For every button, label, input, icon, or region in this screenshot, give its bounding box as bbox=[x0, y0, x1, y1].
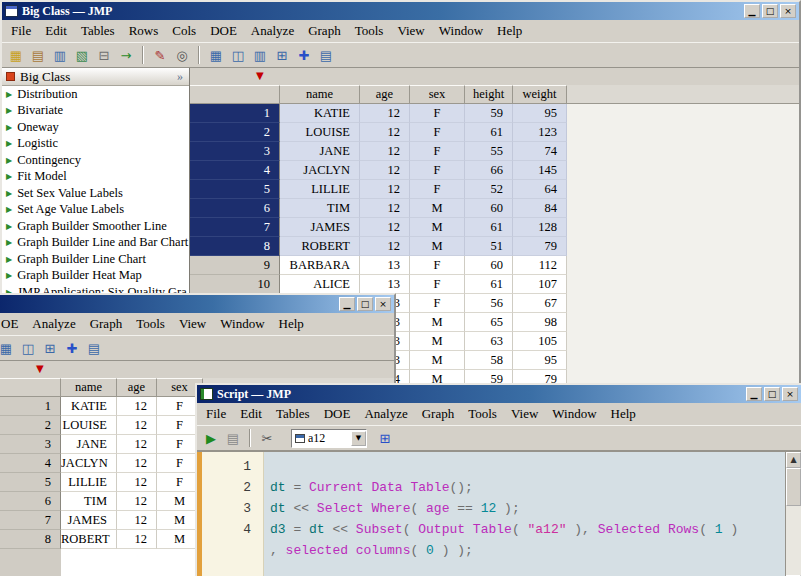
sidebar-item-logistic[interactable]: ▶Logistic bbox=[2, 136, 189, 153]
save-icon[interactable]: ▥ bbox=[50, 45, 70, 65]
row-number-cell[interactable]: 9 bbox=[190, 256, 280, 275]
row-number-cell[interactable]: 6 bbox=[190, 199, 280, 218]
cell-name[interactable]: JACLYN bbox=[280, 161, 360, 180]
menu-cols[interactable]: Cols bbox=[165, 21, 203, 41]
row-number-cell[interactable]: 5 bbox=[0, 473, 61, 492]
menu-graph[interactable]: Graph bbox=[415, 404, 462, 424]
row-number-cell[interactable]: 1 bbox=[190, 104, 280, 123]
cell-sex[interactable]: M bbox=[410, 237, 465, 256]
sidebar-item-set-age-value-labels[interactable]: ▶Set Age Value Labels bbox=[2, 202, 189, 219]
cell-name[interactable]: JACLYN bbox=[61, 454, 117, 473]
sidebar-item-distribution[interactable]: ▶Distribution bbox=[2, 86, 189, 103]
row-number-cell[interactable]: 2 bbox=[190, 123, 280, 142]
row-number-cell[interactable]: 3 bbox=[0, 435, 61, 454]
cell-name[interactable]: ROBERT bbox=[61, 530, 117, 549]
row-number-cell[interactable]: 8 bbox=[0, 530, 61, 549]
cell-sex[interactable]: F bbox=[410, 161, 465, 180]
column-header-height[interactable]: height bbox=[465, 85, 513, 104]
sidebar-item-graph-builder-heat-map[interactable]: ▶Graph Builder Heat Map bbox=[2, 268, 189, 285]
menu-analyze[interactable]: Analyze bbox=[25, 314, 82, 334]
cell-name[interactable]: JAMES bbox=[280, 218, 360, 237]
menu-doe[interactable]: DOE bbox=[203, 21, 244, 41]
sidebar-item-graph-builder-line-and-bar-chart[interactable]: ▶Graph Builder Line and Bar Chart bbox=[2, 235, 189, 252]
cell-height[interactable]: 56 bbox=[465, 294, 513, 313]
cell-height[interactable]: 59 bbox=[465, 104, 513, 123]
cell-sex[interactable]: F bbox=[410, 294, 465, 313]
cell-weight[interactable]: 107 bbox=[513, 275, 567, 294]
cell-height[interactable]: 63 bbox=[465, 332, 513, 351]
cell-age[interactable]: 12 bbox=[360, 142, 410, 161]
menu-tools[interactable]: Tools bbox=[129, 314, 172, 334]
close-button[interactable]: × bbox=[782, 387, 798, 401]
cell-name[interactable]: TIM bbox=[280, 199, 360, 218]
cell-sex[interactable]: M bbox=[410, 313, 465, 332]
menu-help[interactable]: Help bbox=[490, 21, 529, 41]
graph-builder-icon[interactable]: ▧ bbox=[72, 45, 92, 65]
cell-sex[interactable]: F bbox=[410, 142, 465, 161]
cell-sex[interactable]: F bbox=[410, 180, 465, 199]
cell-height[interactable]: 51 bbox=[465, 237, 513, 256]
row-number-cell[interactable]: 5 bbox=[190, 180, 280, 199]
minimize-button[interactable]: ▁ bbox=[339, 297, 355, 311]
minimize-button[interactable]: ▁ bbox=[744, 4, 760, 18]
sidebar-item-contingency[interactable]: ▶Contingency bbox=[2, 152, 189, 169]
cell-height[interactable]: 66 bbox=[465, 161, 513, 180]
cell-name[interactable]: JANE bbox=[61, 435, 117, 454]
cell-weight[interactable]: 95 bbox=[513, 104, 567, 123]
cell-height[interactable]: 58 bbox=[465, 351, 513, 370]
cell-weight[interactable]: 84 bbox=[513, 199, 567, 218]
menu-rows[interactable]: Rows bbox=[122, 21, 166, 41]
subset-titlebar[interactable]: ▁□× bbox=[0, 295, 394, 313]
menu-doe[interactable]: DOE bbox=[317, 404, 358, 424]
cell-name[interactable]: ALICE bbox=[280, 275, 360, 294]
cell-sex[interactable]: F bbox=[410, 275, 465, 294]
stack-icon[interactable]: ▤ bbox=[316, 45, 336, 65]
add-rows-icon[interactable]: ✚ bbox=[62, 338, 82, 358]
row-number-cell[interactable]: 10 bbox=[190, 275, 280, 294]
menu-edit[interactable]: Edit bbox=[233, 404, 269, 424]
row-number-cell[interactable]: 3 bbox=[190, 142, 280, 161]
cell-age[interactable]: 12 bbox=[117, 492, 157, 511]
cell-weight[interactable]: 98 bbox=[513, 313, 567, 332]
cell-weight[interactable]: 95 bbox=[513, 351, 567, 370]
open-journal-icon[interactable]: ▤ bbox=[28, 45, 48, 65]
column-header-age[interactable]: age bbox=[117, 378, 157, 397]
code-area[interactable]: dt = Current Data Table();dt << Select W… bbox=[264, 452, 785, 576]
cell-age[interactable]: 12 bbox=[360, 199, 410, 218]
tools-icon[interactable]: ✂ bbox=[257, 428, 277, 448]
cell-name[interactable]: JANE bbox=[280, 142, 360, 161]
cell-height[interactable]: 61 bbox=[465, 123, 513, 142]
export-icon[interactable]: ⊟ bbox=[94, 45, 114, 65]
menu-window[interactable]: Window bbox=[545, 404, 603, 424]
menu-view[interactable]: View bbox=[172, 314, 213, 334]
data-table-combobox[interactable]: a12▼ bbox=[291, 429, 367, 448]
menu-tools[interactable]: Tools bbox=[461, 404, 504, 424]
row-number-cell[interactable]: 2 bbox=[0, 416, 61, 435]
script-titlebar[interactable]: Script — JMP ▁□× bbox=[197, 385, 801, 403]
brush-icon[interactable]: ✎ bbox=[150, 45, 170, 65]
cell-weight[interactable]: 112 bbox=[513, 256, 567, 275]
cell-name[interactable]: LILLIE bbox=[280, 180, 360, 199]
cell-weight[interactable]: 128 bbox=[513, 218, 567, 237]
cell-age[interactable]: 12 bbox=[117, 416, 157, 435]
column-header-weight[interactable]: weight bbox=[513, 85, 567, 104]
cell-height[interactable]: 61 bbox=[465, 275, 513, 294]
summary-icon[interactable]: ▦ bbox=[0, 338, 16, 358]
menu-edit[interactable]: Edit bbox=[38, 21, 74, 41]
corner-cell[interactable] bbox=[190, 85, 280, 104]
subset-icon[interactable]: ◫ bbox=[18, 338, 38, 358]
scroll-track[interactable] bbox=[786, 468, 801, 575]
new-data-table-icon[interactable]: ▦ bbox=[6, 45, 26, 65]
stack-icon[interactable]: ▤ bbox=[84, 338, 104, 358]
row-number-cell[interactable]: 4 bbox=[0, 454, 61, 473]
cell-age[interactable]: 12 bbox=[360, 104, 410, 123]
column-header-name[interactable]: name bbox=[61, 378, 117, 397]
cell-name[interactable]: LOUISE bbox=[61, 416, 117, 435]
cell-weight[interactable]: 123 bbox=[513, 123, 567, 142]
maximize-button[interactable]: □ bbox=[357, 297, 373, 311]
menu-oe[interactable]: OE bbox=[0, 314, 25, 334]
sidebar-header[interactable]: Big Class » bbox=[2, 68, 189, 86]
cell-weight[interactable]: 67 bbox=[513, 294, 567, 313]
row-number-cell[interactable]: 6 bbox=[0, 492, 61, 511]
sidebar-item-bivariate[interactable]: ▶Bivariate bbox=[2, 103, 189, 120]
